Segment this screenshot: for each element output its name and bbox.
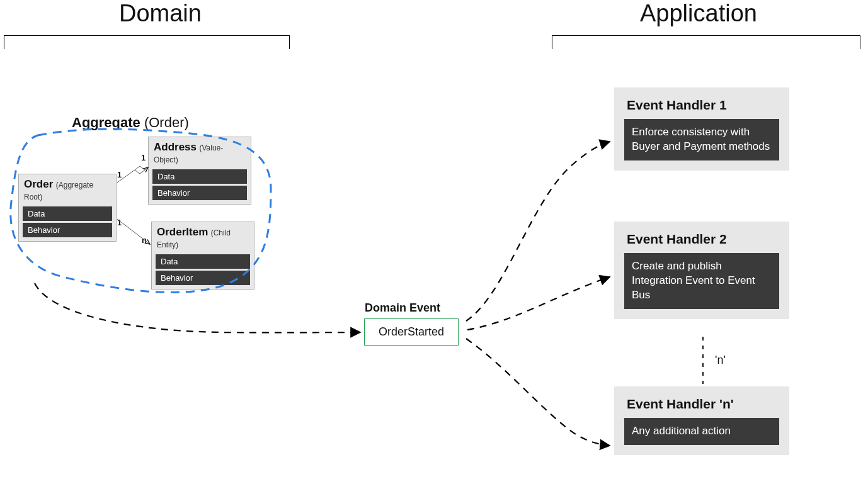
domain-event-name: OrderStarted [379,325,444,338]
entity-order-behavior: Behavior [23,223,112,237]
svg-marker-1 [135,166,145,174]
entity-orderitem-title: OrderItem (Child Entity) [156,226,250,252]
domain-event-label: Domain Event [365,301,440,315]
handlers-n-dots-label: 'n' [715,354,726,367]
event-handler-n-title: Event Handler 'n' [624,397,779,418]
mult-address-1: 1 [141,153,146,162]
mult-order-1c: 1 [117,218,122,227]
event-handler-2: Event Handler 2 Create and publish Integ… [614,222,789,319]
domain-title: Domain [119,0,202,27]
event-handler-2-title: Event Handler 2 [624,232,779,253]
application-bracket [552,35,860,49]
entity-address: Address (Value-Object) Data Behavior [148,137,251,205]
event-handler-2-desc: Create and publish Integration Event to … [624,253,779,309]
arrow-event-to-hn [466,339,610,446]
event-handler-1-title: Event Handler 1 [624,98,779,119]
arrow-event-to-h2 [467,277,610,330]
entity-orderitem-behavior: Behavior [156,271,250,285]
application-title: Application [640,0,757,27]
entity-address-title: Address (Value-Object) [152,141,247,167]
entity-order: Order (Aggregate Root) Data Behavior [18,174,117,242]
arrow-aggregate-to-event [35,283,360,332]
entity-order-data: Data [23,206,112,221]
domain-bracket [4,35,290,49]
aggregate-label-bold: Aggregate [72,115,140,130]
entity-orderitem-data: Data [156,254,250,269]
event-handler-1-desc: Enforce consistency with Buyer and Payme… [624,119,779,160]
arrow-event-to-h1 [466,142,610,321]
domain-event-box: OrderStarted [364,318,459,346]
entity-order-title: Order (Aggregate Root) [23,178,112,205]
event-handler-n-desc: Any additional action [624,418,779,445]
event-handler-n: Event Handler 'n' Any additional action [614,386,789,455]
aggregate-label-plain: (Order) [140,115,189,130]
entity-address-behavior: Behavior [152,186,247,200]
mult-orderitem-n: n [142,235,147,245]
entity-orderitem: OrderItem (Child Entity) Data Behavior [151,222,254,290]
event-handler-1: Event Handler 1 Enforce consistency with… [614,87,789,171]
aggregate-label: Aggregate (Order) [72,115,189,131]
mult-order-1a: 1 [117,170,122,179]
entity-address-data: Data [152,169,247,184]
